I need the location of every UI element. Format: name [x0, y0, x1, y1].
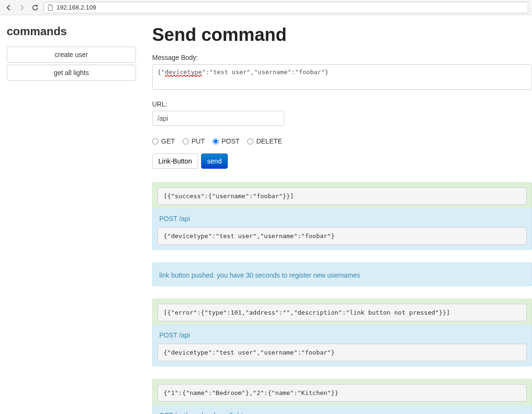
method-get-radio[interactable]	[152, 138, 158, 144]
response-body: {"1":{"name":"Bedroom"},"2":{"name":"Kit…	[157, 384, 527, 402]
send-button[interactable]: send	[201, 154, 228, 169]
sidebar-title: commands	[7, 25, 136, 38]
reload-icon	[31, 4, 39, 11]
status-note-text: link button pushed. you have 30 seconds …	[157, 270, 527, 281]
method-put[interactable]: PUT	[183, 137, 205, 145]
page-title: Send command	[152, 25, 532, 45]
response-body: [{"success":{"username":"foobar"}}]	[157, 187, 527, 205]
link-button[interactable]: Link-Button	[152, 154, 198, 169]
method-delete-radio[interactable]	[247, 138, 253, 144]
method-put-radio[interactable]	[183, 138, 189, 144]
url-label: URL:	[152, 100, 532, 108]
method-post-radio[interactable]	[213, 138, 219, 144]
request-title: GET /api/newdeveloper/lights	[159, 412, 527, 414]
main-content: Send command Message Body: {"devicetype"…	[143, 15, 532, 414]
request-body: {"devicetype":"test user","username":"fo…	[157, 227, 527, 245]
status-note: link button pushed. you have 30 seconds …	[152, 262, 532, 286]
back-button[interactable]	[4, 3, 13, 12]
request-panel: POST /api {"devicetype":"test user","use…	[152, 325, 532, 366]
sidebar: commands create user get all lights	[0, 15, 143, 414]
forward-button[interactable]	[17, 3, 27, 12]
reload-button[interactable]	[30, 3, 40, 12]
arrow-right-icon	[18, 4, 26, 11]
message-body-input[interactable]: {"devicetype":"test user","username":"fo…	[152, 64, 532, 90]
request-body: {"devicetype":"test user","username":"fo…	[157, 344, 527, 361]
request-panel: POST /api {"devicetype":"test user","use…	[152, 208, 532, 250]
request-title: POST /api	[159, 215, 527, 222]
file-icon	[47, 4, 54, 11]
method-get[interactable]: GET	[152, 137, 175, 145]
address-bar[interactable]: 192.168.2.109	[44, 2, 528, 13]
result-pair: [{"error":{"type":101,"address":"","desc…	[152, 298, 532, 366]
response-panel: [{"error":{"type":101,"address":"","desc…	[152, 298, 532, 327]
address-text: 192.168.2.109	[57, 4, 96, 11]
command-get-all-lights[interactable]: get all lights	[7, 65, 136, 81]
method-delete[interactable]: DELETE	[247, 137, 282, 145]
response-panel: [{"success":{"username":"foobar"}}]	[152, 182, 532, 210]
browser-toolbar: 192.168.2.109	[0, 0, 532, 15]
result-pair: [{"success":{"username":"foobar"}}] POST…	[152, 182, 532, 250]
url-input[interactable]	[152, 111, 284, 126]
request-panel: GET /api/newdeveloper/lights	[152, 405, 532, 414]
method-post[interactable]: POST	[213, 137, 240, 145]
result-pair: {"1":{"name":"Bedroom"},"2":{"name":"Kit…	[152, 379, 532, 414]
command-list: create user get all lights	[7, 47, 136, 81]
message-body-label: Message Body:	[152, 54, 532, 61]
arrow-left-icon	[5, 4, 12, 11]
response-body: [{"error":{"type":101,"address":"","desc…	[157, 304, 527, 321]
http-method-group: GET PUT POST DELETE	[152, 137, 532, 145]
response-panel: {"1":{"name":"Bedroom"},"2":{"name":"Kit…	[152, 379, 532, 407]
command-create-user[interactable]: create user	[7, 47, 136, 63]
results: [{"success":{"username":"foobar"}}] POST…	[152, 182, 532, 414]
request-title: POST /api	[159, 331, 527, 339]
